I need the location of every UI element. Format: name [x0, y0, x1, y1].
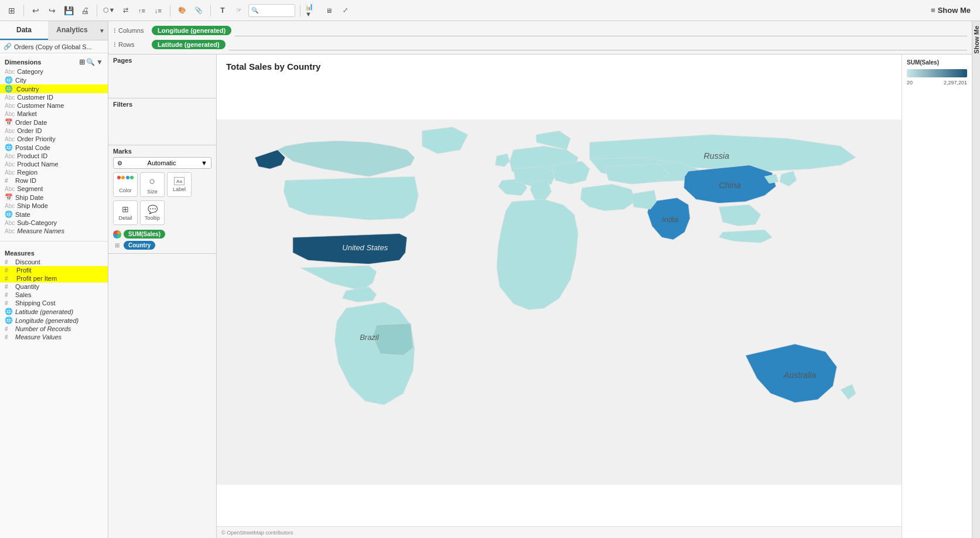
toolbar-chart-btn[interactable]: 📊▼ — [305, 4, 319, 18]
dim-item-city[interactable]: 🌐 City — [0, 76, 108, 84]
globe-icon: 🌐 — [5, 210, 13, 218]
toolbar-share-btn[interactable]: ⤢ — [338, 4, 352, 18]
dim-item-country[interactable]: 🌐 Country — [0, 84, 108, 93]
dim-item-sub-category[interactable]: Abc Sub-Category — [0, 219, 108, 227]
columns-shelf-empty[interactable] — [235, 25, 967, 36]
dim-label-market: Market — [17, 110, 37, 117]
toolbar-sort-asc-btn[interactable]: ↑≡ — [135, 4, 149, 18]
marks-color-label: Color — [119, 188, 132, 193]
measures-section: Measures # Discount # Profit # Profit pe… — [0, 245, 108, 343]
show-me-button[interactable]: ≡ Show Me — [926, 4, 975, 17]
marks-country-pill[interactable]: Country — [124, 241, 155, 250]
dim-label-segment: Segment — [17, 185, 43, 192]
marks-sum-sales-pill[interactable]: SUM(Sales) — [124, 230, 165, 239]
tab-data[interactable]: Data — [0, 21, 48, 40]
dim-label-sub-category: Sub-Category — [17, 219, 57, 226]
measure-item-num-records[interactable]: # Number of Records — [0, 325, 108, 333]
toolbar-right: ≡ Show Me — [926, 4, 975, 17]
world-map-svg: Russia India — [217, 78, 902, 526]
pages-area[interactable] — [113, 66, 211, 96]
toolbar-swap-btn[interactable]: ⇄ — [118, 4, 132, 18]
filters-area[interactable] — [113, 110, 211, 142]
dim-item-segment[interactable]: Abc Segment — [0, 185, 108, 193]
legend-scale: 20 2,297,201 — [907, 80, 967, 86]
sidebar-tabs: Data Analytics ▼ — [0, 21, 108, 40]
measure-item-shipping-cost[interactable]: # Shipping Cost — [0, 299, 108, 307]
hash-icon: # — [5, 292, 13, 298]
pages-section: Pages — [108, 55, 216, 98]
rows-pill[interactable]: Latitude (generated) — [152, 40, 226, 49]
toolbar-icon-grid[interactable]: ⊞ — [5, 4, 19, 18]
dimensions-section: Dimensions ⊞ 🔍 ▼ Abc Category 🌐 City 🌐 — [0, 53, 108, 237]
dimensions-grid-icon[interactable]: ⊞ — [79, 58, 85, 66]
dim-item-ship-date[interactable]: 📅 Ship Date — [0, 193, 108, 202]
marks-country-icon: ⊞ — [113, 242, 121, 248]
toolbar-text-btn[interactable]: T — [216, 4, 230, 18]
show-me-side-panel[interactable]: Show Me — [972, 21, 980, 538]
tab-analytics[interactable]: Analytics — [48, 21, 96, 40]
toolbar-sep-3 — [170, 5, 170, 16]
rows-shelf-empty[interactable] — [229, 39, 967, 50]
toolbar-sort-desc-btn[interactable]: ↓≡ — [151, 4, 165, 18]
legend-min: 20 — [907, 80, 913, 86]
measure-item-profit[interactable]: # Profit — [0, 266, 108, 274]
toolbar-sep-4 — [210, 5, 211, 16]
hash-icon: # — [5, 300, 13, 307]
toolbar-tooltip-btn[interactable]: ☞ — [232, 4, 246, 18]
dim-item-product-name[interactable]: Abc Product Name — [0, 160, 108, 168]
dimensions-arrow-icon[interactable]: ▼ — [96, 58, 103, 66]
marks-detail-btn[interactable]: ⊞ Detail — [113, 200, 138, 225]
toolbar-connect-btn[interactable]: ⬡▼ — [102, 4, 116, 18]
marks-tooltip-btn[interactable]: 💬 Tooltip — [140, 200, 165, 225]
toolbar-save-btn[interactable]: 💾 — [62, 4, 76, 18]
abc-icon: Abc — [5, 203, 15, 209]
toolbar-color-btn[interactable]: 🎨 — [175, 4, 189, 18]
viz-map-container: Russia India — [217, 78, 902, 526]
svg-point-2 — [114, 234, 117, 238]
columns-pill[interactable]: Longitude (generated) — [152, 26, 231, 35]
toolbar-display-btn[interactable]: 🖥 — [322, 4, 336, 18]
marks-label-btn[interactable]: Aa Label — [167, 172, 192, 197]
svg-text:China: China — [719, 181, 740, 190]
dim-item-region[interactable]: Abc Region — [0, 168, 108, 176]
sidebar-tab-arrow[interactable]: ▼ — [96, 21, 108, 40]
dim-label-country: Country — [15, 86, 40, 93]
dim-item-order-date[interactable]: 📅 Order Date — [0, 118, 108, 127]
legend-gradient — [907, 69, 967, 77]
dim-item-ship-mode[interactable]: Abc Ship Mode — [0, 202, 108, 210]
dim-item-customer-name[interactable]: Abc Customer Name — [0, 101, 108, 110]
dim-item-measure-names[interactable]: Abc Measure Names — [0, 227, 108, 235]
measure-item-longitude-gen[interactable]: 🌐 Longitude (generated) — [0, 316, 108, 325]
dim-item-row-id[interactable]: # Row ID — [0, 176, 108, 185]
bottom-area: Pages Filters Marks ⚙ Automatic ▼ — [108, 55, 972, 538]
measure-item-latitude-gen[interactable]: 🌐 Latitude (generated) — [0, 307, 108, 316]
pages-title: Pages — [113, 57, 211, 64]
toolbar-forward-btn[interactable]: ↪ — [45, 4, 59, 18]
dim-label-state: State — [15, 211, 30, 218]
columns-shelf-icon: ⫶ — [113, 26, 117, 35]
measure-item-profit-per-item[interactable]: # Profit per Item — [0, 274, 108, 282]
marks-size-icon: ○ — [149, 175, 156, 188]
dim-item-postal-code[interactable]: 🌐 Postal Code — [0, 143, 108, 152]
measure-item-discount[interactable]: # Discount — [0, 258, 108, 266]
dim-item-market[interactable]: Abc Market — [0, 110, 108, 118]
dim-item-order-id[interactable]: Abc Order ID — [0, 127, 108, 135]
measure-item-sales[interactable]: # Sales — [0, 291, 108, 299]
dim-label-category: Category — [17, 68, 43, 75]
dimensions-search-icon[interactable]: 🔍 — [86, 58, 95, 66]
legend-panel: SUM(Sales) 20 2,297,201 — [902, 55, 972, 538]
marks-color-btn[interactable]: Color — [113, 172, 138, 197]
toolbar-search-box[interactable]: 🔍 — [248, 4, 295, 17]
dim-item-state[interactable]: 🌐 State — [0, 210, 108, 219]
marks-size-btn[interactable]: ○ Size — [140, 172, 165, 197]
dim-item-category[interactable]: Abc Category — [0, 67, 108, 76]
toolbar-paperclip-btn[interactable]: 📎 — [192, 4, 206, 18]
measure-item-measure-values[interactable]: # Measure Values — [0, 333, 108, 341]
measure-item-quantity[interactable]: # Quantity — [0, 282, 108, 291]
dim-item-product-id[interactable]: Abc Product ID — [0, 152, 108, 160]
toolbar-print-btn[interactable]: 🖨 — [78, 4, 92, 18]
toolbar-back-btn[interactable]: ↩ — [29, 4, 43, 18]
dim-item-order-priority[interactable]: Abc Order Priority — [0, 135, 108, 143]
dim-item-customer-id[interactable]: Abc Customer ID — [0, 93, 108, 101]
marks-type-dropdown[interactable]: ⚙ Automatic ▼ — [113, 157, 211, 169]
